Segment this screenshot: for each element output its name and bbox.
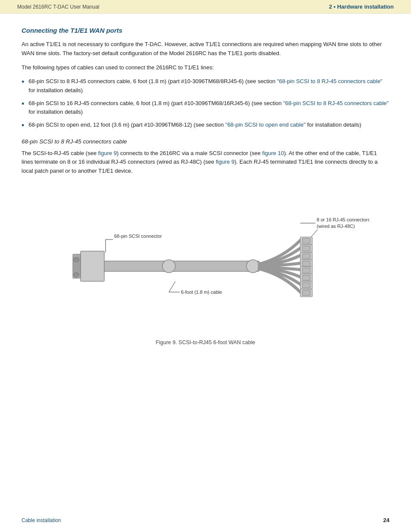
svg-rect-38 — [302, 283, 310, 288]
section-title: Connecting the T1/E1 WAN ports — [22, 27, 389, 34]
link-figure10[interactable]: figure 10 — [262, 150, 284, 156]
bullet-text-3: 68-pin SCSI to open end, 12 foot (3.6 m)… — [28, 121, 361, 129]
svg-text:68-pin SCSI connector: 68-pin SCSI connector — [114, 233, 162, 239]
section-para1: An active T1/E1 is not necessary to conf… — [22, 40, 389, 58]
bullet-icon: • — [22, 121, 24, 131]
page: Model 2616RC T-DAC User Manual 2 • Hardw… — [0, 0, 411, 532]
svg-text:(wired as RJ-48C): (wired as RJ-48C) — [317, 224, 355, 229]
svg-rect-10 — [81, 251, 104, 281]
list-item: • 68-pin SCSI to open end, 12 foot (3.6 … — [22, 121, 389, 131]
link-68pin-8rj45-1[interactable]: "68-pin SCSI to 8 RJ-45 connectors cable… — [277, 78, 383, 84]
svg-rect-26 — [302, 238, 310, 243]
main-content: Connecting the T1/E1 WAN ports An active… — [0, 14, 411, 376]
section-para2: The following types of cables can used t… — [22, 63, 389, 72]
header-manual-title: Model 2616RC T-DAC User Manual — [17, 4, 100, 10]
footer-page-number: 24 — [383, 517, 389, 523]
link-figure9-2[interactable]: figure 9 — [216, 159, 234, 165]
figure-container: 68-pin SCSI connector 6-foot (1.8 m) cab… — [22, 189, 389, 345]
subsection-para: The SCSI-to-RJ-45 cable (see figure 9) c… — [22, 149, 389, 176]
header-chapter-num: 2 • — [329, 3, 337, 10]
header-chapter-title: Hardware installation — [337, 3, 394, 10]
footer-section-label: Cable installation — [22, 517, 61, 523]
svg-line-3 — [169, 281, 175, 292]
bullet-icon: • — [22, 78, 24, 87]
svg-rect-36 — [302, 275, 310, 280]
svg-rect-24 — [251, 261, 255, 271]
link-68pin-open-end[interactable]: "68-pin SCSI to open end cable" — [225, 121, 305, 128]
cable-types-list: • 68-pin SCSI to 8 RJ-45 connectors cabl… — [22, 77, 389, 130]
link-68pin-8rj45-2[interactable]: "68-pin SCSI to 8 RJ-45 connectors cable… — [283, 100, 389, 106]
svg-rect-34 — [302, 268, 310, 273]
svg-rect-40 — [302, 290, 310, 296]
svg-rect-28 — [302, 246, 310, 251]
footer: Cable installation 24 — [0, 517, 411, 523]
header-bar: Model 2616RC T-DAC User Manual 2 • Hardw… — [0, 0, 411, 14]
svg-rect-32 — [302, 261, 310, 266]
cable-diagram-svg: 68-pin SCSI connector 6-foot (1.8 m) cab… — [42, 189, 369, 335]
svg-text:6-foot (1.8 m) cable: 6-foot (1.8 m) cable — [181, 289, 222, 295]
figure-caption: Figure 9. SCSI-to-RJ45 6-foot WAN cable — [22, 339, 389, 345]
subsection-title: 68-pin SCSI to 8 RJ-45 connectors cable — [22, 138, 389, 145]
bullet-icon: • — [22, 100, 24, 109]
link-figure9-1[interactable]: figure 9 — [98, 150, 117, 156]
bullet-text-2: 68-pin SCSI to 16 RJ-45 connectors cable… — [28, 99, 389, 116]
svg-rect-20 — [104, 261, 259, 271]
bullet-text-1: 68-pin SCSI to 8 RJ-45 connectors cable,… — [28, 77, 389, 94]
list-item: • 68-pin SCSI to 16 RJ-45 connectors cab… — [22, 99, 389, 116]
svg-rect-22 — [167, 261, 171, 271]
svg-rect-30 — [302, 254, 310, 259]
header-chapter: 2 • Hardware installation — [329, 3, 394, 10]
svg-text:8 or 16 RJ-45 connectors: 8 or 16 RJ-45 connectors — [317, 217, 369, 222]
list-item: • 68-pin SCSI to 8 RJ-45 connectors cabl… — [22, 77, 389, 94]
